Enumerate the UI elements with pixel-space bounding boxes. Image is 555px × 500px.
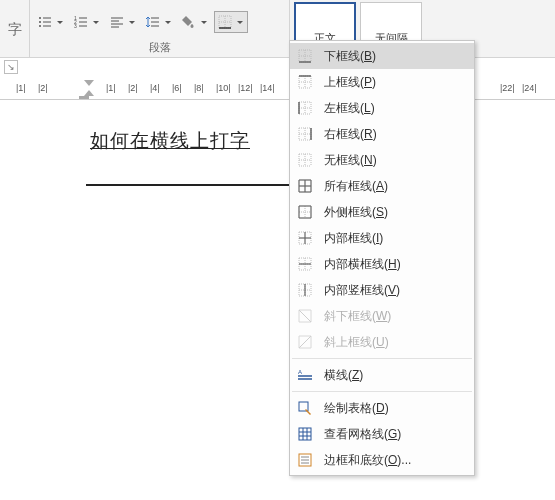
border-none-icon xyxy=(296,151,314,169)
numbering-button[interactable]: 123 xyxy=(70,11,104,33)
menu-item-horizontal-line[interactable]: A横线(Z) xyxy=(290,362,474,388)
border-inside-icon xyxy=(296,229,314,247)
ruler-tick: |24| xyxy=(522,83,537,93)
menu-item-draw-table[interactable]: 绘制表格(D) xyxy=(290,395,474,421)
menu-item-label: 所有框线(A) xyxy=(324,178,464,195)
menu-item-border-diag-down: 斜下框线(W) xyxy=(290,303,474,329)
align-button[interactable] xyxy=(106,11,140,33)
ruler-tick: |22| xyxy=(500,83,515,93)
menu-item-border-left[interactable]: 左框线(L) xyxy=(290,95,474,121)
border-inside-v-icon xyxy=(296,281,314,299)
borders-dropdown-menu: 下框线(B)上框线(P)左框线(L)右框线(R)无框线(N)所有框线(A)外侧框… xyxy=(289,40,475,476)
svg-text:A: A xyxy=(298,369,302,375)
menu-item-border-inside-h[interactable]: 内部横框线(H) xyxy=(290,251,474,277)
ruler-tick: |2| xyxy=(38,83,48,93)
ribbon-group-paragraph: 123 段落 xyxy=(30,0,290,57)
menu-item-border-top[interactable]: 上框线(P) xyxy=(290,69,474,95)
menu-item-label: 内部竖框线(V) xyxy=(324,282,464,299)
ruler-tick: |1| xyxy=(106,83,116,93)
menu-item-label: 斜上框线(U) xyxy=(324,334,464,351)
ruler-tick: |1| xyxy=(16,83,26,93)
svg-rect-103 xyxy=(299,428,311,440)
left-indent-icon xyxy=(79,96,89,99)
ruler-tick: |8| xyxy=(194,83,204,93)
menu-separator xyxy=(292,358,472,359)
ribbon-group-font-end: 字 xyxy=(0,0,30,57)
menu-item-label: 边框和底纹(O)... xyxy=(324,452,464,469)
ruler-tick: |10| xyxy=(216,83,231,93)
border-outside-icon xyxy=(296,203,314,221)
svg-point-4 xyxy=(39,25,41,27)
menu-separator xyxy=(292,391,472,392)
view-gridlines-icon xyxy=(296,425,314,443)
svg-line-98 xyxy=(299,336,311,348)
ruler-tick: |14| xyxy=(260,83,275,93)
line-spacing-button[interactable] xyxy=(142,11,176,33)
menu-item-borders-shading[interactable]: 边框和底纹(O)... xyxy=(290,447,474,473)
menu-item-label: 下框线(B) xyxy=(324,48,464,65)
first-line-indent-icon xyxy=(84,80,94,86)
menu-item-label: 外侧框线(S) xyxy=(324,204,464,221)
ruler-tick: |4| xyxy=(150,83,160,93)
ruler-tick: |2| xyxy=(128,83,138,93)
menu-item-label: 上框线(P) xyxy=(324,74,464,91)
menu-item-view-gridlines[interactable]: 查看网格线(G) xyxy=(290,421,474,447)
svg-line-93 xyxy=(299,310,311,322)
svg-point-0 xyxy=(39,17,41,19)
menu-item-border-right[interactable]: 右框线(R) xyxy=(290,121,474,147)
border-right-icon xyxy=(296,125,314,143)
style-preview xyxy=(295,3,355,31)
border-inside-h-icon xyxy=(296,255,314,273)
ruler-tick: |6| xyxy=(172,83,182,93)
borders-button[interactable] xyxy=(214,11,248,33)
border-all-icon xyxy=(296,177,314,195)
menu-item-label: 斜下框线(W) xyxy=(324,308,464,325)
document-text[interactable]: 如何在横线上打字 xyxy=(90,130,250,151)
menu-item-label: 内部框线(I) xyxy=(324,230,464,247)
shading-button[interactable] xyxy=(178,11,212,33)
dialog-launcher[interactable]: ↘ xyxy=(4,60,18,74)
border-left-icon xyxy=(296,99,314,117)
menu-item-label: 横线(Z) xyxy=(324,367,464,384)
menu-item-border-diag-up: 斜上框线(U) xyxy=(290,329,474,355)
menu-item-border-bottom[interactable]: 下框线(B) xyxy=(290,43,474,69)
menu-item-border-none[interactable]: 无框线(N) xyxy=(290,147,474,173)
menu-item-label: 查看网格线(G) xyxy=(324,426,464,443)
menu-item-border-inside[interactable]: 内部框线(I) xyxy=(290,225,474,251)
borders-shading-icon xyxy=(296,451,314,469)
menu-item-label: 内部横框线(H) xyxy=(324,256,464,273)
paragraph-group-label: 段落 xyxy=(34,40,285,56)
menu-item-label: 无框线(N) xyxy=(324,152,464,169)
menu-item-label: 绘制表格(D) xyxy=(324,400,464,417)
svg-point-2 xyxy=(39,21,41,23)
menu-item-border-all[interactable]: 所有框线(A) xyxy=(290,173,474,199)
horizontal-line-icon: A xyxy=(296,366,314,384)
border-bottom-icon xyxy=(296,47,314,65)
ruler-tick: |12| xyxy=(238,83,253,93)
enclose-chars-button[interactable]: 字 xyxy=(4,19,25,41)
border-top-icon xyxy=(296,73,314,91)
border-diag-up-icon xyxy=(296,333,314,351)
border-diag-down-icon xyxy=(296,307,314,325)
style-preview xyxy=(361,3,421,31)
svg-text:3: 3 xyxy=(74,23,77,29)
menu-item-label: 左框线(L) xyxy=(324,100,464,117)
bullets-button[interactable] xyxy=(34,11,68,33)
menu-item-border-outside[interactable]: 外侧框线(S) xyxy=(290,199,474,225)
menu-item-border-inside-v[interactable]: 内部竖框线(V) xyxy=(290,277,474,303)
menu-item-label: 右框线(R) xyxy=(324,126,464,143)
draw-table-icon xyxy=(296,399,314,417)
